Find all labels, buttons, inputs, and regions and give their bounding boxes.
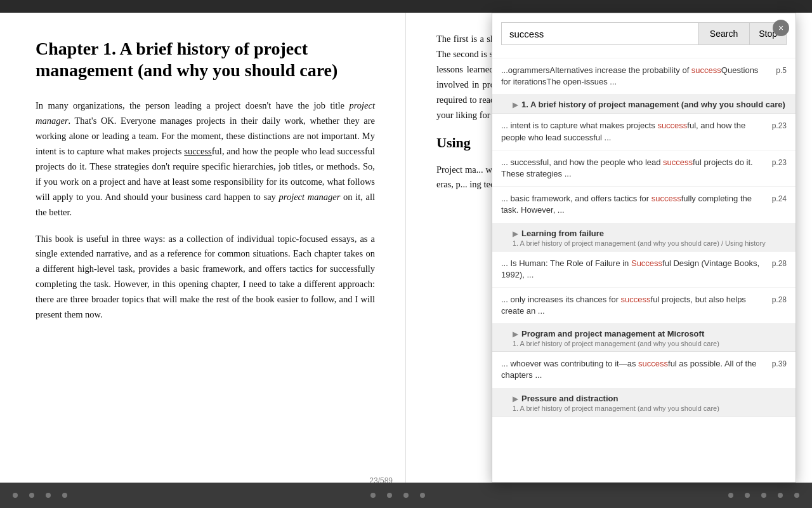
nav-dot[interactable]	[745, 493, 750, 498]
left-page: Chapter 1. A brief history of project ma…	[0, 13, 406, 495]
nav-dot[interactable]	[62, 493, 67, 498]
highlight: success	[652, 194, 681, 203]
result-item[interactable]: ... only increases its chances for succe…	[492, 288, 796, 324]
result-item[interactable]: ... intent is to capture what makes proj…	[492, 114, 796, 150]
nav-dots-right	[728, 493, 799, 498]
section-header-4[interactable]: ▶Pressure and distraction 1. A brief his…	[492, 389, 796, 417]
paragraph-2: This book is useful in three ways: as a …	[36, 232, 375, 323]
highlight: success	[657, 121, 687, 130]
nav-dot[interactable]	[403, 493, 409, 498]
result-page: p.28	[772, 294, 787, 304]
nav-dot[interactable]	[13, 493, 18, 498]
nav-dot[interactable]	[778, 493, 783, 498]
result-snippet: ... whoever was contributing to it—as su…	[501, 358, 772, 381]
arrow-icon: ▶	[513, 395, 518, 403]
result-snippet: ... intent is to capture what makes proj…	[501, 120, 772, 143]
close-button[interactable]: ×	[773, 20, 789, 36]
nav-dot[interactable]	[387, 493, 392, 498]
section-header-title: ▶Program and project management at Micro…	[513, 329, 787, 338]
result-snippet: ... successful, and how the people who l…	[501, 157, 772, 180]
nav-dot[interactable]	[370, 493, 376, 498]
result-item[interactable]: ... whoever was contributing to it—as su…	[492, 352, 796, 388]
arrow-icon: ▶	[513, 230, 518, 238]
arrow-icon: ▶	[513, 101, 518, 109]
search-input-row: Search Stop	[501, 22, 787, 45]
nav-dot[interactable]	[761, 493, 766, 498]
result-item[interactable]: ... basic framework, and offers tactics …	[492, 187, 796, 223]
result-page: p.39	[772, 358, 787, 368]
result-snippet: ... only increases its chances for succe…	[501, 294, 772, 317]
paragraph-1: In many organizations, the person leadin…	[36, 98, 375, 220]
search-header: Search Stop ×	[492, 13, 796, 58]
result-page: p.24	[772, 193, 787, 203]
result-page: p.23	[772, 157, 787, 167]
section-header-1[interactable]: ▶1. A brief history of project managemen…	[492, 95, 796, 114]
nav-dot[interactable]	[29, 493, 34, 498]
nav-bar	[0, 483, 812, 508]
result-snippet: ... Is Human: The Role of Failure in Suc…	[501, 258, 772, 281]
section-header-3[interactable]: ▶Program and project management at Micro…	[492, 324, 796, 352]
nav-dot[interactable]	[420, 493, 425, 498]
highlight: success	[663, 157, 693, 167]
search-results: ...ogrammersAlternatives increase the pr…	[492, 58, 796, 482]
section-header-2[interactable]: ▶Learning from failure 1. A brief histor…	[492, 224, 796, 251]
nav-dot[interactable]	[728, 493, 733, 498]
result-page: p.23	[772, 120, 787, 130]
nav-dots-left	[13, 493, 67, 498]
section-header-title: ▶Learning from failure	[513, 229, 787, 238]
highlight: Success	[631, 258, 662, 268]
search-overlay: Search Stop × ...ogrammersAlternatives i…	[492, 13, 796, 483]
result-snippet: ...ogrammersAlternatives increase the pr…	[501, 65, 776, 88]
chapter-title: Chapter 1. A brief history of project ma…	[36, 38, 375, 81]
result-item[interactable]: ... Is Human: The Role of Failure in Suc…	[492, 251, 796, 288]
nav-dot[interactable]	[794, 493, 799, 498]
result-item[interactable]: ...ogrammersAlternatives increase the pr…	[492, 58, 796, 95]
nav-dot[interactable]	[46, 493, 51, 498]
section-header-sub: 1. A brief history of project management…	[513, 239, 787, 247]
section-header-sub: 1. A brief history of project management…	[513, 340, 787, 347]
result-item[interactable]: ... successful, and how the people who l…	[492, 150, 796, 187]
search-input[interactable]	[501, 22, 698, 45]
result-snippet: ... basic framework, and offers tactics …	[501, 193, 772, 216]
search-button[interactable]: Search	[698, 22, 749, 45]
result-page: p.5	[776, 65, 787, 75]
section-header-title: ▶Pressure and distraction	[513, 394, 787, 403]
arrow-icon: ▶	[513, 330, 518, 338]
highlight: success	[638, 359, 668, 368]
nav-dots-center	[370, 493, 425, 498]
highlight: success	[621, 295, 651, 304]
result-page: p.28	[772, 258, 787, 268]
section-header-sub: 1. A brief history of project management…	[513, 404, 787, 412]
highlight: success	[691, 65, 721, 75]
section-header-title: ▶1. A brief history of project managemen…	[513, 100, 787, 109]
